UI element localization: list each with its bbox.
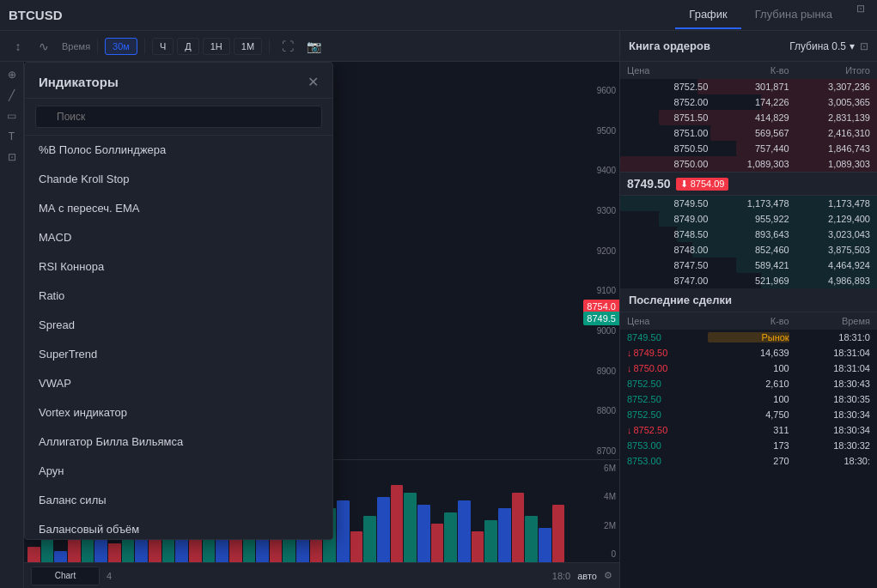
trade-row: 8753.0017318:30:32 — [620, 438, 877, 453]
y-axis-label: 9500 — [571, 126, 616, 136]
draw-text-icon[interactable]: T — [3, 127, 21, 146]
vol-bar-item — [54, 551, 67, 563]
magnet-icon[interactable]: ⊡ — [3, 148, 21, 167]
ob-buy-row[interactable]: 8749.00955,9222,129,400 — [620, 211, 877, 227]
cursor-icon[interactable]: ↕ — [7, 35, 29, 58]
main-layout: ↕ ∿ Время 30м Ч Д 1Н 1М ⛶ 📷 ⊕ ╱ ▭ T ⊡ — [0, 31, 877, 588]
chart-area: ↕ ∿ Время 30м Ч Д 1Н 1М ⛶ 📷 ⊕ ╱ ▭ T ⊡ — [0, 31, 619, 588]
vol-bar-item — [458, 500, 471, 562]
trades-list: 8749.50Рынок18:31:0↓8749.5014,63918:31:0… — [620, 330, 877, 588]
sell-orders: 8752.50301,8713,307,2368752.00174,2263,0… — [620, 79, 877, 172]
indicator-item[interactable]: RSI Коннора — [25, 252, 332, 282]
ob-sell-total: 1,846,743 — [789, 143, 870, 154]
draw-line-icon[interactable]: ╱ — [3, 86, 21, 105]
trades-col-price: Цена — [627, 316, 708, 326]
chart-inner: ⊕ ╱ ▭ T ⊡ ОТКР 8755.0 .MBTC, BYBIT Индик… — [0, 62, 619, 588]
depth-dropdown-icon: ▾ — [850, 40, 855, 52]
ob-sell-price: 8752.50 — [627, 82, 708, 92]
crosshair-icon[interactable]: ⊕ — [3, 65, 21, 84]
camera-icon[interactable]: 📷 — [302, 35, 325, 58]
trade-price: 8752.50 — [627, 379, 708, 389]
indicator-item[interactable]: Spread — [25, 311, 332, 340]
settings-icon[interactable]: ⚙ — [604, 570, 612, 581]
modal-search-input[interactable] — [35, 106, 322, 128]
indicator-item[interactable]: MACD — [25, 223, 332, 252]
ob-sell-row[interactable]: 8751.50414,8292,831,139 — [620, 110, 877, 125]
ob-buy-qty: 1,173,478 — [708, 198, 789, 209]
ob-buy-row[interactable]: 8747.50589,4214,464,924 — [620, 258, 877, 273]
trade-price: 8753.00 — [627, 440, 708, 451]
trade-price: 8752.50 — [627, 394, 708, 404]
trade-qty: 100 — [708, 363, 789, 373]
ob-col-headers: Цена К-во Итого — [620, 62, 877, 79]
trade-time: 18:30:34 — [789, 425, 870, 435]
trade-price: ↓8752.50 — [627, 425, 708, 435]
indicator-item[interactable]: Ratio — [25, 282, 332, 311]
vol-bar-item — [229, 539, 242, 562]
modal-close-button[interactable]: ✕ — [308, 76, 319, 89]
indicator-item[interactable]: VWAP — [25, 369, 332, 398]
ob-mid-badge: ⬇ 8754.09 — [676, 178, 729, 191]
order-book-title: Книга ордеров — [629, 39, 789, 52]
tab-chart[interactable]: График — [675, 1, 740, 29]
interval-1m-button[interactable]: 1М — [234, 38, 262, 55]
indicator-item[interactable]: Vortex индикатор — [25, 398, 332, 427]
vol-bar-item — [94, 539, 107, 562]
trade-time: 18:30:35 — [789, 394, 870, 404]
vol-bar-item — [350, 531, 363, 562]
ob-sell-price: 8752.00 — [627, 97, 708, 107]
indicator-item[interactable]: Баланс силы — [25, 486, 332, 515]
interval-1h-button[interactable]: 1Н — [203, 38, 230, 55]
ob-buy-row[interactable]: 8748.50893,6433,023,043 — [620, 227, 877, 242]
indicator-item[interactable]: Chande Kroll Stop — [25, 165, 332, 194]
bottom-bar: Chart 4 18:0 авто ⚙ — [24, 562, 619, 588]
ob-sell-row[interactable]: 8752.50301,8713,307,236 — [620, 79, 877, 94]
depth-selector[interactable]: Глубина 0.5 ▾ — [789, 40, 855, 52]
trade-row: ↓8752.5031118:30:34 — [620, 422, 877, 438]
indicator-item[interactable]: Балансовый объём — [25, 515, 332, 539]
vol-bar-item — [539, 528, 551, 563]
trade-qty: 100 — [708, 394, 789, 404]
trade-qty: 270 — [708, 456, 789, 466]
ob-sell-price: 8751.50 — [627, 112, 708, 123]
ob-buy-row[interactable]: 8749.501,173,4781,173,478 — [620, 196, 877, 211]
fullscreen-icon[interactable]: ⊡ — [853, 1, 868, 16]
ob-sell-row[interactable]: 8750.001,089,3031,089,303 — [620, 156, 877, 172]
interval-d-button[interactable]: Д — [177, 38, 198, 55]
ob-sell-qty: 1,089,303 — [708, 159, 789, 169]
tab-depth[interactable]: Глубина рынка — [741, 1, 846, 29]
modal-header: Индикаторы ✕ — [25, 63, 332, 99]
expand-icon[interactable]: ⛶ — [277, 35, 299, 58]
ob-sell-row[interactable]: 8752.00174,2263,005,365 — [620, 94, 877, 110]
vol-y-label: 0 — [571, 549, 616, 559]
order-book-header: Книга ордеров Глубина 0.5 ▾ ⊡ — [620, 31, 877, 62]
ob-buy-total: 2,129,400 — [789, 214, 870, 224]
ob-sell-total: 2,831,139 — [789, 112, 870, 123]
trades-col-time: Время — [789, 316, 870, 326]
chart-toolbar: ↕ ∿ Время 30м Ч Д 1Н 1М ⛶ 📷 — [0, 31, 619, 62]
indicator-item[interactable]: МА с пересеч. EMA — [25, 194, 332, 223]
indicators-modal: Индикаторы ✕ %В Полос БоллинджераChande … — [24, 62, 333, 540]
ob-buy-row[interactable]: 8748.00852,4603,875,503 — [620, 242, 877, 258]
interval-30m-button[interactable]: 30м — [105, 38, 137, 55]
down-arrow-icon: ↓ — [627, 425, 632, 435]
ob-sell-qty: 174,226 — [708, 97, 789, 107]
indicator-item[interactable]: Аллигатор Билла Вильямса — [25, 427, 332, 457]
trade-time: 18:31:04 — [789, 363, 870, 373]
ob-buy-row[interactable]: 8747.00521,9694,986,893 — [620, 273, 877, 288]
order-book-expand-icon[interactable]: ⊡ — [860, 40, 868, 52]
indicator-item[interactable]: SuperTrend — [25, 340, 332, 369]
y-axis-label: 9000 — [571, 326, 616, 336]
ob-sell-row[interactable]: 8751.00569,5672,416,310 — [620, 125, 877, 141]
interval-h-button[interactable]: Ч — [152, 38, 174, 55]
chart-thumbnail[interactable]: Chart — [31, 567, 100, 585]
ob-buy-price: 8747.00 — [627, 276, 708, 286]
top-bar: BTCUSD График Глубина рынка ⊡ — [0, 0, 877, 31]
line-tool-icon[interactable]: ∿ — [33, 35, 55, 58]
vol-bar-item — [512, 493, 525, 562]
indicator-item[interactable]: Арун — [25, 457, 332, 486]
draw-rect-icon[interactable]: ▭ — [3, 106, 21, 125]
ob-mid-row: 8749.50 ⬇ 8754.09 — [620, 172, 877, 196]
ob-sell-row[interactable]: 8750.50757,4401,846,743 — [620, 141, 877, 156]
indicator-item[interactable]: %В Полос Боллинджера — [25, 136, 332, 165]
